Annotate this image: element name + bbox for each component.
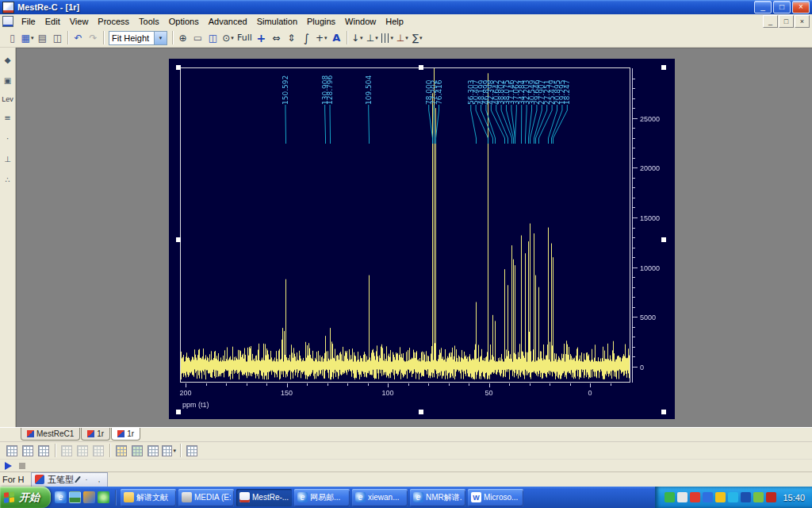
mdi-restore-button[interactable]: □ [779,15,794,28]
pin-tool-button[interactable] [365,30,380,46]
document-icon[interactable] [2,16,13,27]
pick-peaks-button[interactable] [350,30,365,46]
ime-mode-label[interactable]: 五笔型 [48,474,74,486]
mdi-minimize-button[interactable]: _ [763,15,778,28]
table-tool-button[interactable] [36,444,51,458]
page-width-button[interactable] [205,30,220,46]
save-button[interactable] [20,30,35,46]
list-tool-icon[interactable]: ≡ [2,112,13,124]
selection-handle[interactable] [661,65,666,70]
taskbar-task-5[interactable]: NMR解谱... [410,489,465,506]
new-document-button[interactable] [5,30,20,46]
menu-item-view[interactable]: View [65,15,94,28]
menu-item-simulation[interactable]: Simulation [252,15,302,28]
menu-item-plugins[interactable]: Plugins [302,15,340,28]
media-player-icon[interactable] [83,491,95,503]
scatter-tool-icon[interactable]: ∴ [2,174,13,186]
stack-tool-button[interactable] [114,444,128,458]
table-tool-button[interactable] [91,444,105,458]
msn-icon[interactable] [98,491,109,503]
stop-icon[interactable] [19,463,25,469]
fit-mode-select[interactable]: Fit Height [109,31,167,45]
selection-handle[interactable] [176,237,181,242]
taskbar-task-2[interactable]: MestRe-... [236,489,292,506]
tray-icon-1[interactable] [677,492,688,502]
matrix-tool-button[interactable] [146,444,160,458]
tray-icon-3[interactable] [703,492,713,502]
desktop-icon[interactable] [69,491,81,503]
tray-icon-5[interactable] [728,492,738,502]
selection-handle[interactable] [661,410,666,414]
grid-tool-icon[interactable]: ▣ [2,75,13,87]
print-preview-button[interactable] [50,30,65,46]
taskbar-task-3[interactable]: 网易邮... [294,489,350,506]
ime-logo-icon[interactable] [35,475,44,484]
full-view-button[interactable]: Full [236,30,254,46]
tab-mestrec1-0[interactable]: MestReC1 [21,428,80,441]
selection-handle[interactable] [661,237,666,242]
zoom-in-button[interactable] [175,30,190,46]
ime-pen-icon[interactable] [75,476,81,483]
taskbar-task-1[interactable]: MEDIA (E:) [178,489,234,506]
maximize-button[interactable]: □ [773,1,791,13]
print-button[interactable] [35,30,50,46]
tray-icon-0[interactable] [665,492,675,502]
undo-button[interactable] [71,30,86,46]
report-tool-button[interactable] [185,444,199,458]
ruler-button[interactable] [190,30,205,46]
close-button[interactable]: × [792,1,810,13]
taskbar-task-4[interactable]: xiewan... [352,489,408,506]
integration-button[interactable] [410,30,425,46]
selection-handle[interactable] [419,65,423,70]
tray-icon-4[interactable] [715,492,726,502]
menu-item-process[interactable]: Process [93,15,134,28]
taskbar-task-0[interactable]: 解谱文献 [121,489,176,506]
menu-item-options[interactable]: Options [164,15,204,28]
vertical-expand-button[interactable] [284,30,299,46]
point-tool-icon[interactable]: · [2,133,13,144]
tab-1r-2[interactable]: 1r [111,428,140,441]
title-bar[interactable]: MestRe-C - [1r] _ □ × [0,0,812,14]
baseline-tool-icon[interactable]: ⊥ [2,153,13,165]
taskbar-task-6[interactable]: Microso... [468,489,523,506]
tab-1r-1[interactable]: 1r [81,428,110,441]
horizontal-expand-button[interactable] [269,30,284,46]
tray-icon-2[interactable] [690,492,700,502]
selection-handle[interactable] [419,410,423,414]
start-button[interactable]: 开始 [0,487,51,508]
tray-icon-6[interactable] [741,492,751,502]
baseline-button[interactable] [395,30,410,46]
table-tool-button[interactable] [59,444,74,458]
tray-icon-7[interactable] [753,492,764,502]
overlay-tool-button[interactable] [130,444,144,458]
nav-tool-icon[interactable]: ◆ [2,54,13,66]
table-tool-button[interactable] [21,444,35,458]
menu-item-window[interactable]: Window [340,15,381,28]
arrange-tool-button[interactable] [162,444,176,458]
menu-item-tools[interactable]: Tools [134,15,164,28]
add-tool-button[interactable] [314,30,329,46]
text-tool-button[interactable] [329,30,344,46]
integral-button[interactable] [299,30,314,46]
ie-icon[interactable] [55,491,67,503]
spectrum-window[interactable]: 150.592130.908128.796109.50478.00077.202… [169,59,675,419]
menu-item-edit[interactable]: Edit [40,15,65,28]
peak-analysis-button[interactable] [380,30,395,46]
ime-punctuation-icon[interactable] [82,475,91,484]
ime-toolbar[interactable]: 五笔型 [31,472,108,487]
selection-handle[interactable] [176,410,181,414]
redo-button[interactable] [86,30,101,46]
ime-keyboard-icon[interactable] [94,475,104,484]
play-icon[interactable] [5,462,12,470]
table-tool-button[interactable] [5,444,19,458]
mdi-close-button[interactable]: × [795,15,810,28]
minimize-button[interactable]: _ [754,1,772,13]
menu-item-file[interactable]: File [17,15,40,28]
table-tool-button[interactable] [75,444,90,458]
menu-item-help[interactable]: Help [381,15,408,28]
menu-item-advanced[interactable]: Advanced [204,15,252,28]
crosshair-button[interactable] [254,30,269,46]
zoom-tool-button[interactable] [220,30,236,46]
selection-handle[interactable] [176,65,181,70]
tray-icon-8[interactable] [766,492,776,502]
